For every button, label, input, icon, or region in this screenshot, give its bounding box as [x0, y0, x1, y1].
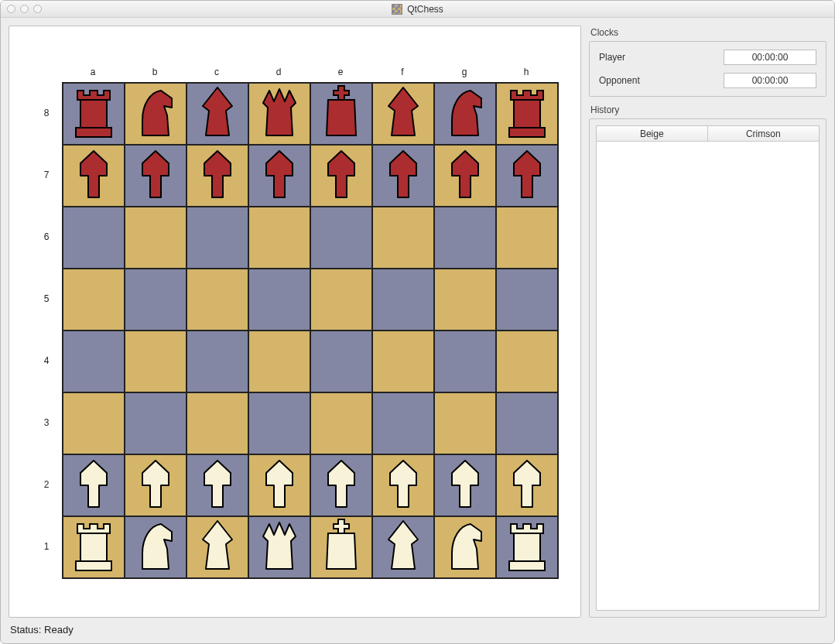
- square-h8[interactable]: [496, 83, 558, 145]
- crimson-pawn-icon[interactable]: [128, 146, 183, 204]
- square-e1[interactable]: [310, 516, 372, 578]
- square-a1[interactable]: [63, 516, 125, 578]
- square-f7[interactable]: [372, 145, 434, 207]
- square-g3[interactable]: [434, 392, 496, 454]
- square-d7[interactable]: [248, 145, 310, 207]
- square-e7[interactable]: [310, 145, 372, 207]
- history-col-beige[interactable]: Beige: [597, 126, 708, 141]
- square-h2[interactable]: [496, 454, 558, 516]
- square-f5[interactable]: [372, 269, 434, 331]
- beige-pawn-icon[interactable]: [376, 456, 430, 514]
- crimson-rook-icon[interactable]: [500, 84, 554, 142]
- square-e3[interactable]: [310, 392, 372, 454]
- square-d1[interactable]: [248, 516, 310, 578]
- square-a4[interactable]: [63, 331, 125, 392]
- beige-rook-icon[interactable]: [500, 518, 554, 576]
- crimson-pawn-icon[interactable]: [376, 146, 430, 204]
- crimson-bishop-icon[interactable]: [376, 84, 430, 142]
- square-a7[interactable]: [63, 145, 125, 207]
- crimson-pawn-icon[interactable]: [252, 146, 306, 204]
- beige-pawn-icon[interactable]: [438, 456, 492, 514]
- square-f1[interactable]: [372, 516, 434, 578]
- beige-bishop-icon[interactable]: [376, 518, 430, 576]
- beige-knight-icon[interactable]: [128, 518, 183, 576]
- square-b3[interactable]: [125, 392, 187, 454]
- beige-rook-icon[interactable]: [67, 518, 121, 576]
- square-h7[interactable]: [496, 145, 558, 207]
- beige-pawn-icon[interactable]: [500, 456, 554, 514]
- square-a6[interactable]: [63, 207, 125, 269]
- square-g6[interactable]: [434, 207, 496, 269]
- close-icon[interactable]: [7, 5, 15, 13]
- square-d5[interactable]: [248, 269, 310, 331]
- square-a2[interactable]: [63, 454, 125, 516]
- square-f6[interactable]: [372, 207, 434, 269]
- square-f2[interactable]: [372, 454, 434, 516]
- beige-knight-icon[interactable]: [438, 518, 492, 576]
- square-e2[interactable]: [310, 454, 372, 516]
- history-col-crimson[interactable]: Crimson: [708, 126, 820, 141]
- square-b5[interactable]: [125, 269, 187, 331]
- zoom-icon[interactable]: [33, 5, 42, 13]
- square-d4[interactable]: [248, 331, 310, 392]
- square-g8[interactable]: [434, 83, 496, 145]
- square-g5[interactable]: [434, 269, 496, 331]
- crimson-knight-icon[interactable]: [438, 84, 492, 142]
- crimson-knight-icon[interactable]: [128, 84, 183, 142]
- titlebar[interactable]: QtChess: [1, 1, 834, 18]
- square-b4[interactable]: [125, 331, 187, 392]
- square-b8[interactable]: [125, 83, 187, 145]
- square-h1[interactable]: [496, 516, 558, 578]
- square-b6[interactable]: [125, 207, 187, 269]
- square-a5[interactable]: [63, 269, 125, 331]
- square-f8[interactable]: [372, 83, 434, 145]
- square-g1[interactable]: [434, 516, 496, 578]
- square-c8[interactable]: [187, 83, 248, 145]
- square-c2[interactable]: [187, 454, 248, 516]
- square-e8[interactable]: [310, 83, 372, 145]
- square-e5[interactable]: [310, 269, 372, 331]
- square-a8[interactable]: [63, 83, 125, 145]
- crimson-bishop-icon[interactable]: [190, 84, 245, 142]
- beige-bishop-icon[interactable]: [190, 518, 245, 576]
- beige-pawn-icon[interactable]: [314, 456, 368, 514]
- square-d6[interactable]: [248, 207, 310, 269]
- crimson-pawn-icon[interactable]: [438, 146, 492, 204]
- square-d2[interactable]: [248, 454, 310, 516]
- crimson-pawn-icon[interactable]: [67, 146, 121, 204]
- beige-pawn-icon[interactable]: [190, 456, 245, 514]
- square-g2[interactable]: [434, 454, 496, 516]
- crimson-pawn-icon[interactable]: [314, 146, 368, 204]
- beige-queen-icon[interactable]: [252, 518, 306, 576]
- square-g7[interactable]: [434, 145, 496, 207]
- square-h6[interactable]: [496, 207, 558, 269]
- square-c5[interactable]: [187, 269, 248, 331]
- square-b1[interactable]: [125, 516, 187, 578]
- crimson-rook-icon[interactable]: [67, 84, 121, 142]
- square-e4[interactable]: [310, 331, 372, 392]
- beige-pawn-icon[interactable]: [67, 456, 121, 514]
- square-c4[interactable]: [187, 331, 248, 392]
- square-g4[interactable]: [434, 331, 496, 392]
- chess-board[interactable]: [62, 82, 559, 579]
- square-d3[interactable]: [248, 392, 310, 454]
- square-f3[interactable]: [372, 392, 434, 454]
- beige-pawn-icon[interactable]: [252, 456, 306, 514]
- square-h3[interactable]: [496, 392, 558, 454]
- square-c7[interactable]: [187, 145, 248, 207]
- square-c3[interactable]: [187, 392, 248, 454]
- minimize-icon[interactable]: [20, 5, 29, 13]
- square-f4[interactable]: [372, 331, 434, 392]
- square-a3[interactable]: [63, 392, 125, 454]
- crimson-king-icon[interactable]: [314, 84, 368, 142]
- square-h5[interactable]: [496, 269, 558, 331]
- square-b2[interactable]: [125, 454, 187, 516]
- square-d8[interactable]: [248, 83, 310, 145]
- square-h4[interactable]: [496, 331, 558, 392]
- square-c6[interactable]: [187, 207, 248, 269]
- square-b7[interactable]: [125, 145, 187, 207]
- crimson-queen-icon[interactable]: [252, 84, 306, 142]
- square-e6[interactable]: [310, 207, 372, 269]
- beige-king-icon[interactable]: [314, 518, 368, 576]
- crimson-pawn-icon[interactable]: [190, 146, 245, 204]
